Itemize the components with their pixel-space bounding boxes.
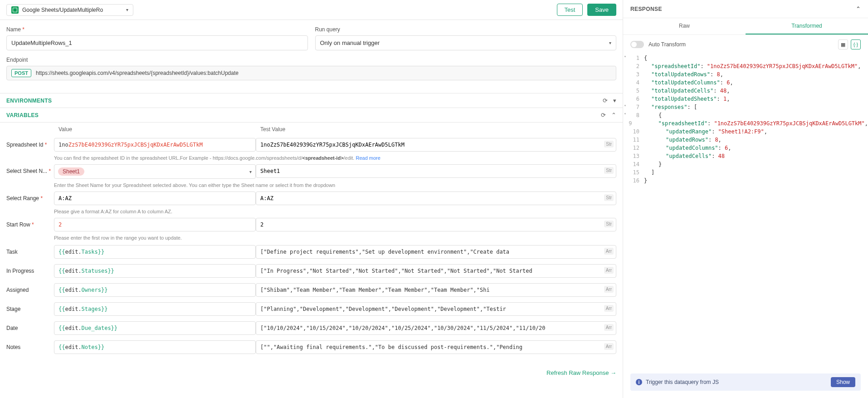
var-startrow-test[interactable] <box>256 218 616 231</box>
type-tag: Arr <box>604 267 614 274</box>
response-code[interactable]: 1▾{2"spreadsheetId": "1noZzS7bE402939GzY… <box>623 54 868 373</box>
var-startrow-value[interactable]: 2 <box>54 218 256 231</box>
endpoint-url: https://sheets.googleapis.com/v4/spreads… <box>36 70 239 76</box>
var-assigned-value[interactable]: {{edit.Owners}} <box>54 283 256 297</box>
var-stage-test[interactable]: ["Planning","Development","Development",… <box>256 302 616 316</box>
refresh-icon[interactable]: ⟳ <box>601 112 606 118</box>
environments-header[interactable]: ENVIRONMENTS ⟳ ▾ <box>0 93 623 108</box>
chevron-down-icon: ▾ <box>609 40 611 45</box>
type-tag: Str <box>604 141 614 147</box>
auto-transform-toggle[interactable] <box>630 41 644 48</box>
tab-transformed[interactable]: Transformed <box>746 18 868 34</box>
test-button[interactable]: Test <box>557 4 583 16</box>
refresh-raw-link[interactable]: Refresh Raw Response → <box>546 369 616 376</box>
json-view-icon[interactable]: {·} <box>851 39 861 49</box>
var-startrow-label: Start Row * <box>6 218 54 228</box>
var-assigned-label: Assigned <box>6 283 54 293</box>
method-badge: POST <box>11 69 31 77</box>
var-range-test[interactable] <box>256 192 616 205</box>
run-query-select[interactable]: Only on manual trigger ▾ <box>315 35 617 50</box>
chevron-down-icon: ▾ <box>126 7 128 12</box>
environments-title: ENVIRONMENTS <box>6 98 52 104</box>
trigger-text: Trigger this dataquery from JS <box>646 379 719 385</box>
auto-transform-label: Auto Transform <box>649 41 686 48</box>
var-notes-value[interactable]: {{edit.Notes}} <box>54 340 256 354</box>
var-date-label: Date <box>6 321 54 331</box>
var-task-value[interactable]: {{edit.Tasks}} <box>54 245 256 259</box>
response-panel: RESPONSE ⌃ Raw Transformed Auto Transfor… <box>623 0 868 398</box>
tab-raw[interactable]: Raw <box>623 18 746 34</box>
var-assigned-test[interactable]: ["Shibam","Team Member","Team Member","T… <box>256 283 616 297</box>
table-view-icon[interactable]: ▦ <box>838 39 848 49</box>
var-inprogress-test[interactable]: ["In Progress","Not Started","Not Starte… <box>256 264 616 278</box>
var-notes-label: Notes <box>6 340 54 350</box>
col-value-header: Value <box>54 126 256 133</box>
var-notes-test[interactable]: ["","Awaiting final requirements.","To b… <box>256 340 616 354</box>
var-inprogress-label: In Progress <box>6 264 54 274</box>
type-tag: Arr <box>604 305 614 312</box>
var-range-label: Select Range * <box>6 192 54 201</box>
config-panel: Google Sheets/UpdateMultipleRo ▾ Test Sa… <box>0 0 623 398</box>
var-spreadsheet-label: Spreadsheet Id * <box>6 138 54 148</box>
google-sheets-icon <box>11 6 19 14</box>
type-tag: Arr <box>604 343 614 350</box>
trigger-bar: i Trigger this dataquery from JS Show <box>630 373 861 391</box>
var-spreadsheet-test[interactable] <box>256 138 616 152</box>
var-sheet-test[interactable] <box>256 164 616 178</box>
startrow-help: Please enter the first row in the range … <box>6 235 616 241</box>
type-tag: Arr <box>604 286 614 293</box>
name-label: Name * <box>6 26 308 33</box>
name-input[interactable] <box>6 35 308 50</box>
refresh-icon[interactable]: ⟳ <box>603 97 608 104</box>
info-icon: i <box>636 379 642 385</box>
chevron-up-icon[interactable]: ⌃ <box>611 112 616 118</box>
var-spreadsheet-value[interactable]: 1noZzS7bE402939GzYR75pxJCBSjqKDxAErAwD5L… <box>54 138 256 152</box>
type-tag: Arr <box>604 324 614 331</box>
selector-text: Google Sheets/UpdateMultipleRo <box>22 7 122 13</box>
top-bar: Google Sheets/UpdateMultipleRo ▾ Test Sa… <box>0 0 623 20</box>
var-inprogress-value[interactable]: {{edit.Statuses}} <box>54 264 256 278</box>
var-date-test[interactable]: ["10/10/2024","10/15/2024","10/20/2024",… <box>256 321 616 335</box>
read-more-link[interactable]: Read more <box>356 155 380 161</box>
col-test-header: Test Value <box>256 126 616 133</box>
type-tag: Arr <box>604 248 614 255</box>
endpoint-box: POST https://sheets.googleapis.com/v4/sp… <box>6 66 616 80</box>
var-sheet-select[interactable]: Sheet1 ▾ <box>54 164 256 179</box>
variables-header[interactable]: VARIABLES ⟳ ⌃ <box>0 108 623 123</box>
variables-title: VARIABLES <box>6 112 39 118</box>
chevron-down-icon[interactable]: ▾ <box>613 97 616 104</box>
var-task-label: Task <box>6 245 54 255</box>
chevron-down-icon: ▾ <box>249 169 252 174</box>
show-button[interactable]: Show <box>831 377 855 387</box>
run-query-label: Run query <box>315 26 617 33</box>
var-task-test[interactable]: ["Define project requirements","Set up d… <box>256 245 616 259</box>
sheet-chip: Sheet1 <box>58 167 84 176</box>
var-stage-label: Stage <box>6 302 54 312</box>
var-date-value[interactable]: {{edit.Due_dates}} <box>54 321 256 335</box>
spreadsheet-help: You can find the spreadsheet ID in the s… <box>6 155 616 161</box>
var-stage-value[interactable]: {{edit.Stages}} <box>54 302 256 316</box>
run-query-value: Only on manual trigger <box>320 39 380 46</box>
type-tag: Str <box>604 167 614 174</box>
endpoint-label: Endpoint <box>6 57 616 63</box>
save-button[interactable]: Save <box>587 4 616 16</box>
range-help: Please give a format A:AZ for column A t… <box>6 209 616 214</box>
type-tag: Str <box>604 221 614 227</box>
query-selector[interactable]: Google Sheets/UpdateMultipleRo ▾ <box>6 4 133 16</box>
var-sheet-label: Select Sheet N... * <box>6 164 54 174</box>
sheet-help: Enter the Sheet Name for your Spreadshee… <box>6 182 616 188</box>
response-title: RESPONSE <box>630 6 662 12</box>
var-range-value[interactable] <box>54 192 256 205</box>
type-tag: Str <box>604 194 614 201</box>
chevron-up-icon[interactable]: ⌃ <box>856 5 861 12</box>
